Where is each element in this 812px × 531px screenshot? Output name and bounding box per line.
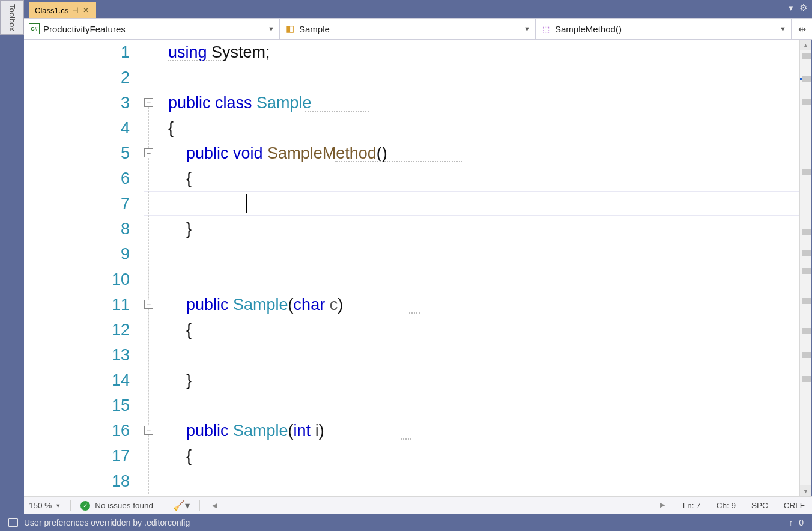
- line-number: 6: [24, 166, 144, 191]
- check-icon: ✓: [80, 501, 90, 511]
- separator: [199, 500, 200, 511]
- close-icon[interactable]: ✕: [82, 6, 90, 14]
- chevron-down-icon: ▼: [55, 503, 61, 509]
- code-line: [144, 342, 811, 368]
- document-tab-row: Class1.cs ⊣ ✕ ▾ ⚙: [24, 0, 812, 18]
- code-line: [144, 267, 811, 292]
- publish-arrow-icon[interactable]: ↑: [789, 518, 793, 527]
- line-number-gutter: 1 2 3 4 5 6 7 8 9 10 11 12 13 14 15 16 1…: [24, 40, 144, 496]
- code-line: using System;: [144, 40, 811, 65]
- code-line: [144, 241, 811, 267]
- status-indent[interactable]: SPC: [751, 501, 768, 510]
- code-line: {: [144, 443, 811, 469]
- nav-class-dropdown[interactable]: ◧ Sample ▼: [280, 19, 536, 39]
- chevron-down-icon: ▼: [780, 25, 786, 32]
- nav-class-label: Sample: [299, 24, 330, 34]
- line-number: 7: [24, 191, 144, 216]
- code-editor[interactable]: 1 2 3 4 5 6 7 8 9 10 11 12 13 14 15 16 1…: [24, 40, 812, 496]
- cleanup-brush-icon[interactable]: 🧹▾: [173, 500, 190, 511]
- overview-marker: [802, 376, 811, 382]
- line-number: 17: [24, 443, 144, 469]
- overview-marker: [802, 328, 811, 334]
- gear-icon[interactable]: ⚙: [799, 2, 807, 13]
- code-nav-bar: C# ProductivityFeatures ▼ ◧ Sample ▼ ⬚ S…: [24, 18, 812, 40]
- scroll-up-arrow-icon[interactable]: ▲: [800, 40, 811, 50]
- toolbox-label: Toolbox: [8, 4, 17, 31]
- overview-marker: [802, 250, 811, 256]
- line-number: 4: [24, 115, 144, 141]
- split-editor-button[interactable]: ⇹: [792, 19, 812, 39]
- separator: [163, 500, 163, 511]
- nav-member-dropdown[interactable]: ⬚ SampleMethod() ▼: [536, 19, 792, 39]
- line-number: 11: [24, 292, 144, 317]
- code-line: [144, 469, 811, 494]
- line-number: 14: [24, 368, 144, 393]
- editor-status-strip: 150 % ▼ ✓ No issues found 🧹▾ ◀ ▶ Ln: 7 C…: [24, 496, 812, 514]
- issues-text: No issues found: [95, 501, 153, 510]
- code-hint-underline: [335, 160, 462, 162]
- code-line: public void SampleMethod(): [144, 141, 811, 166]
- line-number: 15: [24, 393, 144, 418]
- line-number: 5: [24, 141, 144, 166]
- zoom-value: 150 %: [29, 501, 52, 510]
- class-icon: ◧: [285, 23, 295, 34]
- separator: [70, 500, 71, 511]
- line-number: 18: [24, 469, 144, 494]
- hscroll-right-icon[interactable]: ▶: [658, 501, 667, 510]
- file-icon: [8, 518, 18, 527]
- code-line: [144, 393, 811, 418]
- code-hint-underline: [401, 438, 411, 440]
- code-hint-underline: [168, 59, 221, 61]
- status-line[interactable]: Ln: 7: [683, 501, 701, 510]
- scroll-down-arrow-icon[interactable]: ▼: [800, 485, 811, 496]
- line-number: 1: [24, 40, 144, 65]
- code-line: {: [144, 317, 811, 342]
- code-area[interactable]: using System; public class Sample { publ…: [144, 40, 811, 496]
- code-line: public Sample(int i): [144, 418, 811, 443]
- chevron-down-icon: ▼: [524, 25, 530, 32]
- nav-namespace-dropdown[interactable]: C# ProductivityFeatures ▼: [24, 19, 280, 39]
- overview-marker: [802, 298, 811, 304]
- code-line: {: [144, 166, 811, 191]
- line-number: 8: [24, 216, 144, 241]
- code-line: public class Sample: [144, 90, 811, 115]
- nav-member-label: SampleMethod(): [555, 24, 622, 34]
- vertical-scrollbar[interactable]: ▲ ▼: [799, 40, 811, 496]
- hscroll-left-icon[interactable]: ◀: [210, 502, 219, 509]
- ide-bottom-bar: User preferences overridden by .editorco…: [0, 514, 812, 531]
- code-line: [144, 191, 811, 216]
- overview-marker: [802, 268, 811, 274]
- document-tab-class1[interactable]: Class1.cs ⊣ ✕: [29, 2, 96, 18]
- code-hint-underline: [409, 312, 420, 314]
- chevron-down-icon: ▼: [268, 25, 274, 32]
- zoom-dropdown[interactable]: 150 % ▼: [29, 501, 61, 510]
- bottom-message: User preferences overridden by .editorco…: [24, 518, 190, 527]
- line-number: 13: [24, 342, 144, 368]
- line-number: 2: [24, 65, 144, 90]
- overview-marker: [802, 229, 811, 235]
- status-eol[interactable]: CRLF: [784, 501, 805, 510]
- code-line: {: [144, 115, 811, 141]
- code-line: }: [144, 216, 811, 241]
- tab-filename: Class1.cs: [35, 6, 68, 15]
- line-number: 9: [24, 241, 144, 267]
- status-char[interactable]: Ch: 9: [717, 501, 736, 510]
- line-number: 16: [24, 418, 144, 443]
- code-line: }: [144, 368, 811, 393]
- overview-marker: [802, 76, 811, 82]
- window-menu-chevron-icon[interactable]: ▾: [789, 2, 793, 13]
- toolbox-panel-tab[interactable]: Toolbox: [0, 0, 24, 35]
- text-caret: [246, 194, 247, 213]
- line-number: 10: [24, 267, 144, 292]
- code-line: public Sample(char c): [144, 292, 811, 317]
- method-icon: ⬚: [541, 23, 551, 34]
- line-number: 3: [24, 90, 144, 115]
- overview-marker: [802, 53, 811, 59]
- pin-icon[interactable]: ⊣: [71, 6, 79, 14]
- line-number: 12: [24, 317, 144, 342]
- issues-indicator[interactable]: ✓ No issues found: [80, 501, 153, 511]
- nav-namespace-label: ProductivityFeatures: [43, 24, 126, 34]
- code-hint-underline: [305, 110, 369, 112]
- overview-marker: [802, 169, 811, 175]
- publish-count: 0: [799, 518, 804, 527]
